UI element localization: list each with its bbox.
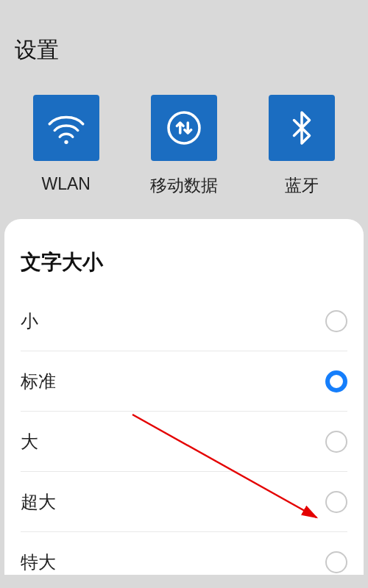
data-icon xyxy=(151,95,217,161)
radio-icon xyxy=(325,491,347,513)
svg-point-0 xyxy=(64,140,68,144)
radio-icon xyxy=(325,551,347,573)
option-label: 小 xyxy=(21,309,38,333)
text-size-card: 文字大小 小 标准 大 超大 特大 xyxy=(4,219,364,575)
option-standard[interactable]: 标准 xyxy=(21,351,347,412)
tile-mobiledata[interactable]: 移动数据 xyxy=(150,95,218,197)
tile-label: 蓝牙 xyxy=(285,174,319,197)
settings-header: 设置 xyxy=(0,0,368,80)
radio-icon xyxy=(325,310,347,332)
tile-bluetooth[interactable]: 蓝牙 xyxy=(269,95,335,197)
page-title: 设置 xyxy=(15,35,353,65)
bluetooth-icon xyxy=(269,95,335,161)
option-label: 特大 xyxy=(21,551,56,574)
option-label: 标准 xyxy=(21,370,56,393)
radio-selected-icon xyxy=(325,370,347,392)
option-large[interactable]: 大 xyxy=(21,412,347,472)
option-xxlarge[interactable]: 特大 xyxy=(21,532,347,588)
tile-label: WLAN xyxy=(41,174,90,194)
option-xlarge[interactable]: 超大 xyxy=(21,472,347,532)
option-small[interactable]: 小 xyxy=(21,291,347,351)
wifi-icon xyxy=(33,95,99,161)
tile-label: 移动数据 xyxy=(150,174,218,197)
quick-tiles-row: WLAN 移动数据 蓝牙 xyxy=(0,80,368,219)
svg-point-1 xyxy=(169,112,199,143)
option-label: 大 xyxy=(21,430,38,453)
radio-icon xyxy=(325,431,347,453)
card-title: 文字大小 xyxy=(21,248,347,276)
tile-wlan[interactable]: WLAN xyxy=(33,95,99,197)
option-label: 超大 xyxy=(21,490,56,514)
